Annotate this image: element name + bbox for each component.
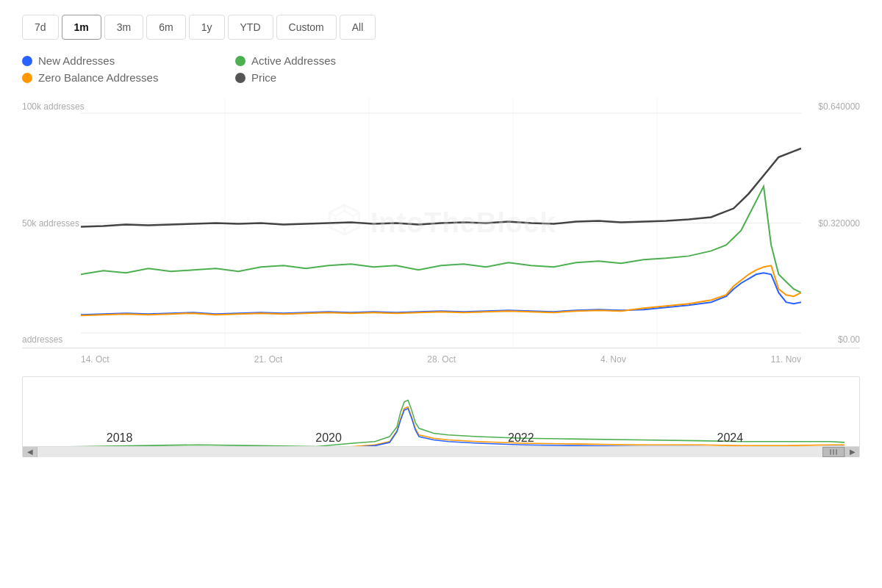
btn-1y[interactable]: 1y [189,15,225,40]
y-right-bot: $0.00 [794,334,860,345]
mini-year-2022: 2022 [508,431,534,445]
mini-year-2024: 2024 [717,431,744,445]
x-axis: 14. Oct 21. Oct 28. Oct 4. Nov 11. Nov [22,348,860,370]
active-addresses-line [81,187,801,293]
mini-year-2018: 2018 [107,431,133,445]
thumb-line-3 [836,449,837,455]
zero-balance-line [81,265,801,315]
x-label-4nov: 4. Nov [600,354,626,365]
legend-price: Price [235,71,434,84]
price-label: Price [251,71,276,84]
zero-balance-label: Zero Balance Addresses [38,71,158,84]
scroll-right-arrow[interactable]: ▶ [845,447,859,457]
y-right-top: $0.640000 [794,101,860,112]
chart-svg-wrapper: IntoTheBlock [81,98,801,348]
btn-6m[interactable]: 6m [146,15,185,40]
new-addresses-label: New Addresses [38,54,115,67]
btn-7d[interactable]: 7d [22,15,59,40]
thumb-line-2 [833,449,834,455]
new-addresses-line [81,273,801,315]
active-addresses-dot [235,56,245,66]
mini-scrollbar: ◀ ▶ [23,446,859,456]
btn-custom[interactable]: Custom [276,15,337,40]
x-label-11nov: 11. Nov [771,354,801,365]
main-container: 7d 1m 3m 6m 1y YTD Custom All New Addres… [0,0,882,472]
legend-new-addresses: New Addresses [22,54,220,67]
btn-all[interactable]: All [340,15,376,40]
time-range-selector: 7d 1m 3m 6m 1y YTD Custom All [22,15,860,40]
price-line [81,148,801,227]
scroll-left-arrow[interactable]: ◀ [23,447,37,457]
x-label-14oct: 14. Oct [81,354,110,365]
mini-year-2020: 2020 [315,431,342,445]
mini-chart: 2018 2020 2022 2024 ◀ ▶ [22,376,860,457]
price-dot [235,73,245,83]
y-axis-right: $0.640000 $0.320000 $0.00 [794,98,860,348]
legend-active-addresses: Active Addresses [235,54,434,67]
scroll-thumb[interactable] [822,447,845,457]
chart-legend: New Addresses Active Addresses Zero Bala… [22,54,434,84]
zero-balance-dot [22,73,32,83]
scroll-thumb-handle [830,449,837,455]
thumb-line-1 [830,449,831,455]
scroll-track[interactable] [37,447,845,457]
btn-ytd[interactable]: YTD [228,15,273,40]
x-label-28oct: 28. Oct [427,354,456,365]
main-chart: 100k addresses 50k addresses addresses $… [22,98,860,348]
btn-1m[interactable]: 1m [62,15,101,40]
chart-area: 100k addresses 50k addresses addresses $… [22,98,860,457]
chart-svg [81,98,801,348]
btn-3m[interactable]: 3m [104,15,143,40]
mini-chart-inner: 2018 2020 2022 2024 [23,377,859,456]
legend-zero-balance: Zero Balance Addresses [22,71,220,84]
active-addresses-label: Active Addresses [251,54,336,67]
x-label-21oct: 21. Oct [254,354,283,365]
new-addresses-dot [22,56,32,66]
y-right-mid: $0.320000 [794,218,860,229]
